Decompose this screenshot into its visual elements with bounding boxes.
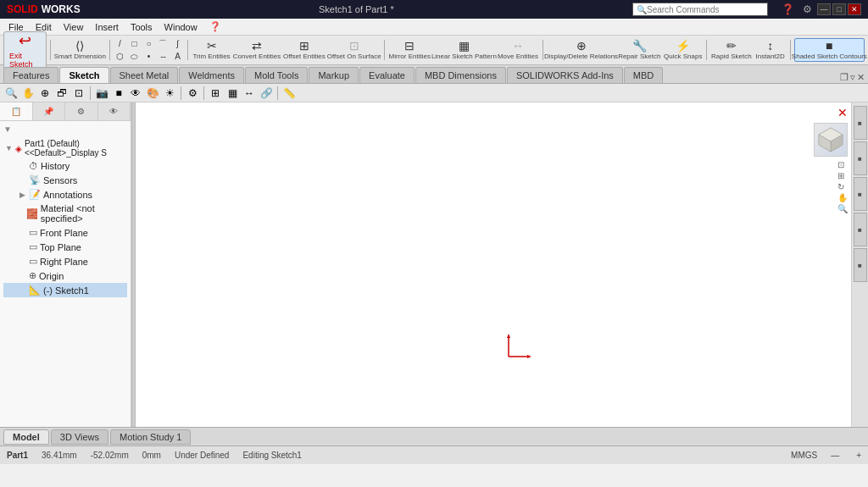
btab-model[interactable]: Model	[3, 429, 49, 445]
measurements-btn[interactable]: 📏	[281, 86, 297, 101]
tree-root[interactable]: ▼ ◈ Part1 (Default) <<Default>_Display S	[3, 137, 127, 159]
tab-features[interactable]: Features	[3, 67, 58, 83]
tab-expand-icon[interactable]: ❐	[840, 72, 849, 83]
rp-btn-2[interactable]: ■	[854, 141, 867, 175]
snap-settings-btn[interactable]: 🔗	[259, 86, 274, 101]
view-orient-btn[interactable]: 📷	[94, 86, 109, 101]
smart-dimension-button[interactable]: ⟨⟩ Smart Dimension	[54, 38, 106, 62]
tab-collapse-icon[interactable]: ▿	[850, 72, 855, 83]
sidebar-tab-properties[interactable]: 📌	[33, 102, 66, 120]
pan-canvas-icon[interactable]: ✋	[837, 193, 848, 202]
zoom-canvas-icon[interactable]: 🔍	[837, 204, 848, 213]
tree-origin[interactable]: ⊕ Origin	[3, 268, 127, 283]
help-icon[interactable]: ❓	[778, 3, 798, 15]
sidebar-tab-config[interactable]: ⚙	[65, 102, 98, 120]
tree-sketch1[interactable]: 📐 (-) Sketch1	[3, 283, 127, 297]
tree-right-plane[interactable]: ▭ Right Plane	[3, 254, 127, 268]
linear-pattern-button[interactable]: ▦ Linear Sketch Pattern	[433, 38, 496, 62]
move-entities-button[interactable]: ↔ Move Entities	[497, 38, 539, 62]
view-setting-btn[interactable]: ⚙	[185, 86, 200, 101]
centerline-tool[interactable]: --	[156, 51, 170, 63]
edit-appear-btn[interactable]: 🎨	[145, 86, 160, 101]
btab-3dviews[interactable]: 3D Views	[51, 429, 108, 445]
text-tool[interactable]: A	[170, 51, 184, 63]
offset-entities-button[interactable]: ⊞ Offset Entities	[282, 38, 326, 62]
view-cube[interactable]	[814, 123, 848, 157]
view-selector-btn[interactable]: 🔍	[3, 86, 19, 101]
line-tool[interactable]: /	[113, 38, 126, 50]
rapid-sketch-button[interactable]: ✏ Rapid Sketch	[710, 38, 752, 62]
fit-view-icon[interactable]: ⊡	[837, 160, 848, 169]
relations-btn[interactable]: ↔	[242, 86, 257, 101]
pan-btn[interactable]: ✋	[20, 86, 36, 101]
tree-annotations[interactable]: ▶ 📝 Annotations	[3, 187, 127, 202]
offset-surface-button[interactable]: ⊡ Offset On Surface	[327, 38, 381, 62]
scenes-btn[interactable]: ☀	[162, 86, 177, 101]
btab-motion[interactable]: Motion Study 1	[110, 429, 191, 445]
canvas-area[interactable]: Top ✕ ⊡ ⊞ ↻ ✋ 🔍	[136, 102, 851, 427]
exit-sketch-button[interactable]: ↩ Exit Sketch	[3, 31, 47, 69]
zoom-in-btn[interactable]: ⊕	[37, 86, 53, 101]
mirror-entities-button[interactable]: ⊟ Mirror Entities	[388, 38, 431, 62]
close-button[interactable]: ✕	[848, 3, 861, 15]
menu-help[interactable]: ❓	[204, 19, 226, 34]
tab-weldments[interactable]: Weldments	[179, 67, 244, 83]
tab-sheetmetal[interactable]: Sheet Metal	[110, 67, 179, 83]
tree-front-plane[interactable]: ▭ Front Plane	[3, 225, 127, 240]
rectangle-tool[interactable]: □	[127, 38, 141, 50]
close-view-icon[interactable]: ✕	[837, 106, 848, 119]
search-input[interactable]	[647, 5, 748, 14]
tab-mold[interactable]: Mold Tools	[245, 67, 308, 83]
search-bar[interactable]: 🔍	[632, 3, 768, 16]
display-relations-button[interactable]: ⊕ Display/Delete Relations	[547, 38, 616, 62]
tab-mbd[interactable]: MBD	[624, 67, 663, 83]
tree-history[interactable]: ⏱ History	[3, 159, 127, 173]
ellipse-tool[interactable]: ⬭	[127, 51, 141, 63]
grids-btn[interactable]: ▦	[225, 86, 240, 101]
instant2d-button[interactable]: ↕ Instant2D	[754, 38, 787, 62]
minimize-button[interactable]: —	[817, 3, 831, 15]
menu-view[interactable]: View	[58, 20, 89, 34]
tab-sketch[interactable]: Sketch	[59, 67, 108, 83]
tree-sensors[interactable]: 📡 Sensors	[3, 173, 127, 187]
sidebar-tab-tree[interactable]: 📋	[0, 102, 33, 120]
tree-top-plane[interactable]: ▭ Top Plane	[3, 240, 127, 254]
rotate-icon[interactable]: ↻	[837, 182, 848, 191]
quick-snaps-button[interactable]: ⚡ Quick Snaps	[663, 38, 703, 62]
repair-sketch-button[interactable]: 🔧 Repair Sketch	[618, 38, 661, 62]
view3d-btn[interactable]: 🗗	[54, 86, 70, 101]
tab-close-icon[interactable]: ✕	[857, 72, 865, 83]
tab-solidworks-addins[interactable]: SOLIDWORKS Add-Ins	[507, 67, 623, 83]
section-view-btn[interactable]: ⊡	[71, 86, 86, 101]
polygon-tool[interactable]: ⬡	[113, 51, 126, 63]
tree-material[interactable]: 🧱 Material <not specified>	[3, 202, 127, 225]
exit-sketch-label: Exit Sketch	[9, 52, 41, 69]
spline-tool[interactable]: ∫	[170, 38, 184, 50]
convert-entities-button[interactable]: ⇄ Convert Entities	[233, 38, 281, 62]
tab-mbd-dimensions[interactable]: MBD Dimensions	[415, 67, 506, 83]
zoom-control-minus[interactable]: —	[831, 451, 839, 460]
rp-btn-1[interactable]: ■	[854, 106, 867, 140]
maximize-button[interactable]: □	[832, 3, 846, 15]
tab-evaluate[interactable]: Evaluate	[359, 67, 415, 83]
sidebar-tab-display[interactable]: 👁	[98, 102, 131, 120]
settings-icon[interactable]: ⚙	[799, 3, 815, 15]
arc-tool[interactable]: ⌒	[156, 38, 170, 50]
zoom-to-fit-icon[interactable]: ⊞	[837, 171, 848, 180]
display-style-btn[interactable]: ■	[111, 86, 126, 101]
shaded-contours-button[interactable]: ■ Shaded Sketch Contours	[794, 38, 865, 62]
zoom-control-plus[interactable]: +	[856, 451, 861, 460]
hide-show-btn[interactable]: 👁	[128, 86, 143, 101]
annotations-expand: ▶	[18, 191, 26, 199]
menu-tools[interactable]: Tools	[125, 20, 158, 34]
rp-btn-3[interactable]: ■	[854, 177, 867, 211]
menu-insert[interactable]: Insert	[90, 20, 124, 34]
snapping-btn[interactable]: ⊞	[208, 86, 223, 101]
tab-markup[interactable]: Markup	[309, 67, 359, 83]
point-tool[interactable]: •	[142, 51, 155, 63]
menu-window[interactable]: Window	[159, 20, 203, 34]
rp-btn-5[interactable]: ■	[854, 248, 867, 282]
trim-entities-button[interactable]: ✂ Trim Entities	[192, 38, 231, 62]
rp-btn-4[interactable]: ■	[854, 213, 867, 246]
circle-tool[interactable]: ○	[142, 38, 155, 50]
